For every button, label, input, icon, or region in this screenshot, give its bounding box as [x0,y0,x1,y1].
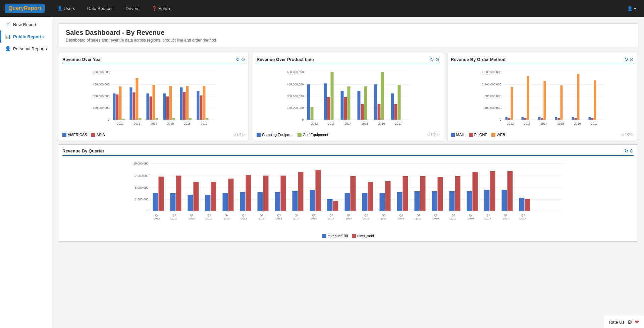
nav-drivers[interactable]: Drivers [123,4,142,13]
svg-text:2015: 2015 [363,217,369,220]
legend-mail-dot [451,133,455,137]
svg-text:2,500,000: 2,500,000 [135,198,148,201]
svg-rect-55 [341,91,344,120]
svg-rect-12 [119,86,122,120]
sidebar-item-new-report[interactable]: 📄 New Report [0,18,52,30]
svg-text:Q1: Q1 [347,214,351,217]
chart-revenue-order-refresh[interactable]: ↻ [624,57,628,62]
svg-text:300,000,000: 300,000,000 [287,94,304,98]
svg-text:150,000,000: 150,000,000 [93,106,109,110]
chart-revenue-product-settings[interactable]: ⊙ [435,57,439,62]
svg-rect-85 [511,87,513,120]
svg-rect-158 [507,171,513,211]
nav-help[interactable]: ❓ Help ▾ [149,4,173,13]
svg-rect-98 [589,117,591,120]
chart-revenue-product-title: Revenue Over Product Line [257,57,314,62]
svg-rect-152 [455,176,461,211]
svg-text:2012: 2012 [117,122,123,125]
svg-text:1,200,000,000: 1,200,000,000 [482,83,501,86]
svg-text:Q2: Q2 [364,214,368,217]
svg-rect-90 [541,118,543,120]
svg-text:Q4: Q4 [225,214,228,217]
svg-rect-118 [159,177,164,211]
page-layout: 📄 New Report 📊 Public Reports 👤 Personal… [0,17,644,328]
github-icon: ⚙ [627,319,632,325]
chart-revenue-order-title: Revenue By Order Method [451,57,505,62]
logo-accent: Report [24,5,41,11]
nav-datasources[interactable]: Data Sources [85,4,116,13]
legend-golf: Golf Equipment [298,133,328,137]
svg-text:Q4: Q4 [469,214,473,217]
chart-revenue-quarter-settings[interactable]: ⊙ [630,148,634,153]
nav-users-label: Users [64,6,75,11]
chart-revenue-product-refresh[interactable]: ↻ [430,57,434,62]
svg-rect-22 [163,93,166,120]
svg-rect-130 [263,176,269,211]
sidebar-item-public-reports[interactable]: 📊 Public Reports [0,30,52,43]
rate-us-icon[interactable]: ❤ [635,319,639,325]
svg-text:300,000,000: 300,000,000 [93,94,109,98]
chart-revenue-order-settings[interactable]: ⊙ [630,57,634,62]
svg-text:Q2: Q2 [434,214,438,217]
svg-text:Q3: Q3 [329,214,333,217]
app-logo[interactable]: QueryReport [5,4,45,13]
legend-phone: PHONE [469,133,487,137]
svg-rect-100 [594,80,596,120]
nav-drivers-label: Drivers [126,6,140,11]
legend-web-dot [491,133,495,137]
svg-text:7,500,000: 7,500,000 [135,174,148,178]
dashboard-title: Sales Dashboard - By Revenue [66,29,630,37]
svg-text:2013: 2013 [133,122,140,125]
sidebar-personal-reports-label: Personal Reports [13,46,47,51]
chart-revenue-quarter-refresh[interactable]: ↻ [624,148,628,153]
legend-golf-label: Golf Equipment [303,133,328,137]
svg-rect-63 [381,72,384,120]
svg-rect-117 [153,193,158,211]
svg-text:Q2: Q2 [260,214,263,217]
chart-revenue-year-refresh[interactable]: ↻ [236,57,240,62]
svg-text:2014: 2014 [311,217,317,220]
chart-revenue-year-settings[interactable]: ⊙ [241,57,245,62]
nav-datasources-label: Data Sources [87,6,114,11]
svg-rect-54 [331,72,334,120]
nav-users[interactable]: 👤 Users [55,4,78,13]
svg-text:2017: 2017 [395,122,401,125]
legend-page-product: 1/2 [431,133,436,137]
svg-rect-96 [575,118,577,120]
user-menu[interactable]: 👤 ▾ [625,4,639,13]
svg-text:2014: 2014 [328,217,334,220]
svg-rect-144 [385,181,391,211]
top-charts-row: Revenue Over Year ↻ ⊙ 600,000,000 450,00… [59,53,637,140]
legend-units-label: uints_sold [357,234,374,238]
svg-rect-10 [113,93,116,120]
svg-text:2017: 2017 [520,217,526,220]
sidebar-item-personal-reports[interactable]: 👤 Personal Reports [0,43,52,55]
svg-rect-126 [228,179,234,211]
svg-text:Q3: Q3 [207,214,211,217]
svg-text:Q1: Q1 [242,214,246,217]
legend-revenue-label: revenue/100 [327,234,348,238]
legend-camping: Camping Equipm... [257,133,293,137]
svg-rect-25 [172,118,175,120]
svg-text:Q1: Q1 [486,214,490,217]
svg-rect-89 [538,117,541,120]
chart-revenue-quarter-actions: ↻ ⊙ [624,148,634,153]
svg-rect-137 [327,199,333,211]
nav-help-label: Help ▾ [158,6,171,11]
svg-rect-56 [344,97,347,120]
svg-rect-124 [211,182,216,211]
svg-text:Q1: Q1 [417,214,420,217]
legend-mail-label: MAIL [456,133,465,137]
svg-rect-142 [368,182,373,211]
legend-revenue-dot [322,234,326,238]
svg-rect-66 [398,85,401,120]
legend-nav-product: ◁ 1/2 ▷ [427,132,439,137]
chart-product-legend: Camping Equipm... Golf Equipment ◁ 1/2 ▷ [257,132,439,137]
chart-revenue-order: Revenue By Order Method ↻ ⊙ 1,600,000,00… [447,53,637,140]
svg-rect-122 [194,182,199,211]
svg-text:2017: 2017 [503,217,509,220]
svg-text:Q3: Q3 [451,214,455,217]
new-report-icon: 📄 [5,22,11,27]
svg-rect-87 [524,118,527,120]
legend-asia-label: ASIA [96,133,105,137]
